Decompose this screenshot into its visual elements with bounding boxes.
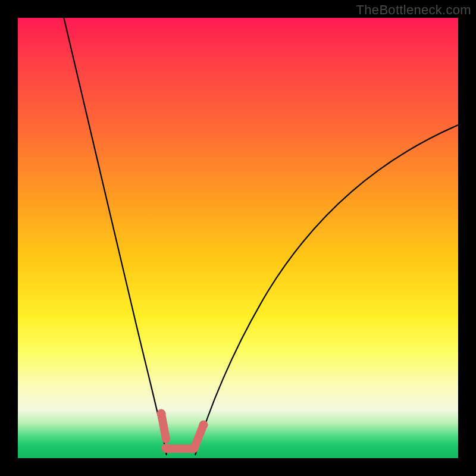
- bottleneck-curve-svg: [18, 18, 458, 458]
- svg-point-3: [199, 421, 208, 429]
- svg-point-0: [157, 409, 165, 418]
- chart-stage: TheBottleneck.com: [0, 0, 476, 476]
- watermark-text: TheBottleneck.com: [356, 2, 471, 18]
- svg-point-2: [190, 444, 198, 452]
- svg-point-1: [162, 444, 170, 452]
- curve-left-branch: [62, 18, 167, 455]
- plot-area: [18, 18, 458, 458]
- curve-right-branch: [195, 124, 458, 455]
- minimum-marker: [157, 409, 208, 452]
